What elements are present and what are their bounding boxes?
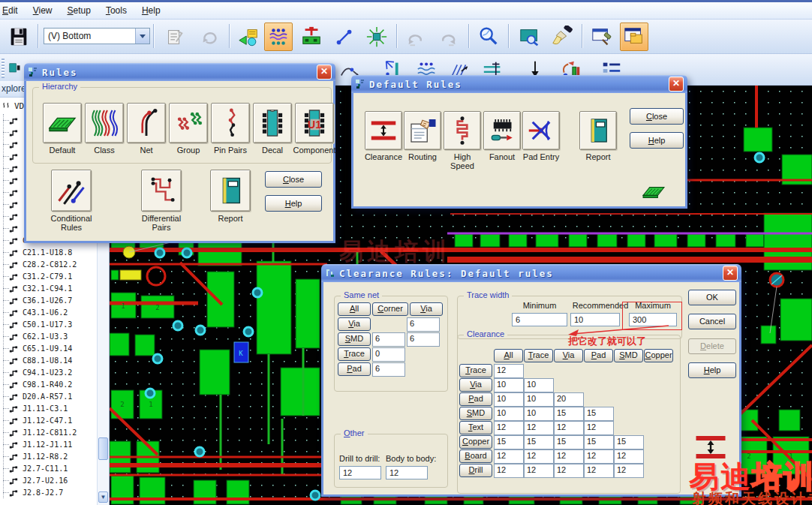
net-list-item-c50-1-u17-3[interactable]: C50.1-U17.3 bbox=[0, 318, 109, 330]
clearance-cell-trace-0[interactable]: 12 bbox=[494, 364, 524, 378]
clearance-cell-drill-0[interactable]: 12 bbox=[494, 464, 524, 478]
scrollbar-down-button[interactable]: ▼ bbox=[98, 491, 108, 503]
net-list-item-c32-1-c94-1[interactable]: C32.1-C94.1 bbox=[0, 282, 109, 294]
same-net-row-pad-button[interactable]: Pad bbox=[338, 362, 371, 376]
net-list-item-j2-7-u2-16[interactable]: J2.7-U2.16 bbox=[0, 474, 109, 486]
net-list-item-j1-12-c47-1[interactable]: J1.12-C47.1 bbox=[0, 414, 109, 426]
docked-tool-icon[interactable] bbox=[7, 61, 22, 76]
same-net-col-all-button[interactable]: All bbox=[338, 302, 371, 316]
view-area-button[interactable] bbox=[516, 23, 544, 51]
clearance-cell-text-2[interactable]: 12 bbox=[554, 421, 584, 435]
clearance-titlebar[interactable]: Clearance Rules: Default rules ✕ bbox=[321, 264, 741, 282]
net-list-item-c98-1-r40-2[interactable]: C98.1-R40.2 bbox=[0, 378, 109, 390]
default-rules-titlebar[interactable]: Default Rules ✕ bbox=[351, 75, 687, 93]
net-list-item-c21-1-u18-8[interactable]: C21.1-U18.8 bbox=[0, 246, 109, 258]
net-list-item-c36-1-u26-7[interactable]: C36.1-U26.7 bbox=[0, 294, 109, 306]
clearance-col-pad-button[interactable]: Pad bbox=[584, 349, 613, 362]
net-list-item-j1-12-c811-2[interactable]: J1.12-C811.2 bbox=[0, 426, 109, 438]
same-net-cell-smd-0[interactable]: 6 bbox=[372, 332, 405, 347]
net-list-item-j1-11-c3-1[interactable]: J1.11-C3.1 bbox=[0, 402, 109, 414]
net-list-item-j1-12-r8-2[interactable]: J1.12-R8.2 bbox=[0, 450, 109, 462]
other-drill-to-drill--field[interactable]: 12 bbox=[339, 466, 381, 479]
delete-button[interactable]: Delete bbox=[688, 338, 736, 354]
project-explorer-button[interactable] bbox=[620, 23, 648, 51]
rules-dialog-titlebar[interactable]: Rules ✕ bbox=[24, 63, 335, 81]
clearance-cell-smd-0[interactable]: 10 bbox=[494, 407, 524, 421]
net-list-item-j1-12-j1-11[interactable]: J1.12-J1.11 bbox=[0, 438, 109, 450]
clearance-cell-board-4[interactable]: 12 bbox=[614, 449, 644, 464]
default-report-button[interactable] bbox=[579, 111, 617, 150]
default-close-button[interactable]: Close bbox=[630, 108, 684, 125]
zoom-button[interactable] bbox=[474, 23, 503, 51]
same-net-cell-via-1[interactable]: 6 bbox=[407, 317, 440, 332]
menu-setup[interactable]: Setup bbox=[60, 2, 98, 19]
clearance-row-text-button[interactable]: Text bbox=[459, 421, 492, 434]
net-list-item-c88-1-u8-14[interactable]: C88.1-U8.14 bbox=[0, 354, 109, 366]
clearance-cell-pad-1[interactable]: 10 bbox=[524, 392, 554, 407]
route-editor-button[interactable] bbox=[264, 23, 293, 51]
scrollbar-thumb[interactable] bbox=[98, 437, 108, 460]
net-list-item-c94-1-u23-2[interactable]: C94.1-U23.2 bbox=[0, 366, 109, 378]
ok-button[interactable]: OK bbox=[688, 290, 736, 305]
rules-close-icon[interactable]: ✕ bbox=[317, 65, 332, 80]
clearance-cell-smd-2[interactable]: 15 bbox=[554, 407, 584, 421]
clearance-row-pad-button[interactable]: Pad bbox=[459, 392, 492, 406]
layer-combo[interactable]: (V) Bottom bbox=[44, 28, 150, 44]
chevron-down-icon[interactable] bbox=[135, 29, 149, 44]
default-fanout-button[interactable] bbox=[483, 111, 521, 150]
clearance-cell-via-0[interactable]: 10 bbox=[494, 378, 524, 392]
default-rules-close-icon[interactable]: ✕ bbox=[669, 77, 684, 92]
trace-width-minimum-field[interactable]: 6 bbox=[512, 313, 567, 326]
rules-pin-pairs-button[interactable] bbox=[211, 103, 250, 143]
default-high-speed-button[interactable] bbox=[444, 111, 481, 150]
net-list-item-c43-1-u6-2[interactable]: C43.1-U6.2 bbox=[0, 306, 109, 318]
same-net-row-via-button[interactable]: Via bbox=[338, 317, 371, 331]
net-list-item-j2-7-c11-1[interactable]: J2.7-C11.1 bbox=[0, 462, 109, 474]
net-list-item-c31-2-c79-1[interactable]: C31.2-C79.1 bbox=[0, 270, 109, 282]
net-list-item-d20-a-r57-1[interactable]: D20.A-R57.1 bbox=[0, 390, 109, 402]
rules-group-button[interactable] bbox=[169, 103, 208, 143]
clearance-cell-copper-1[interactable]: 15 bbox=[524, 435, 554, 449]
design-tools-button[interactable] bbox=[588, 23, 616, 51]
cancel-button[interactable]: Cancel bbox=[688, 314, 736, 329]
default-routing-button[interactable] bbox=[404, 111, 441, 150]
same-net-cell-smd-1[interactable]: 6 bbox=[407, 332, 440, 347]
rules-class-button[interactable] bbox=[85, 103, 124, 143]
clearance-cell-drill-2[interactable]: 12 bbox=[554, 464, 584, 478]
clearance-col-all-button[interactable]: All bbox=[494, 349, 523, 362]
menu-help[interactable]: Help bbox=[134, 2, 168, 19]
net-list-item-c65-1-u9-14[interactable]: C65.1-U9.14 bbox=[0, 342, 109, 354]
clearance-cell-pad-0[interactable]: 10 bbox=[494, 392, 524, 407]
rules-close-button[interactable]: Close bbox=[265, 171, 322, 188]
add-route-button[interactable] bbox=[330, 23, 359, 51]
other-body-to-body--field[interactable]: 12 bbox=[386, 466, 428, 479]
same-net-row-trace-button[interactable]: Trace bbox=[338, 347, 371, 361]
clearance-cell-via-1[interactable]: 10 bbox=[524, 378, 554, 392]
clearance-cell-copper-0[interactable]: 15 bbox=[494, 435, 524, 449]
same-net-cell-pad-0[interactable]: 6 bbox=[372, 362, 405, 377]
clearance-cell-board-0[interactable]: 12 bbox=[494, 449, 524, 464]
same-net-col-via-button[interactable]: Via bbox=[410, 302, 443, 316]
clearance-cell-smd-1[interactable]: 10 bbox=[524, 407, 554, 421]
clearance-cell-text-3[interactable]: 12 bbox=[584, 421, 614, 435]
rules-report-button[interactable] bbox=[210, 170, 251, 212]
clearance-cell-drill-1[interactable]: 12 bbox=[524, 464, 554, 478]
default-clearance-button[interactable] bbox=[365, 111, 402, 150]
same-net-cell-trace-0[interactable]: 0 bbox=[372, 347, 405, 362]
default-help-button[interactable]: Help bbox=[630, 132, 684, 149]
clearance-cell-smd-3[interactable]: 15 bbox=[584, 407, 614, 421]
clearance-row-trace-button[interactable]: Trace bbox=[459, 364, 492, 377]
save-button[interactable] bbox=[5, 23, 33, 51]
net-list-item-c28-2-c812-2[interactable]: C28.2-C812.2 bbox=[0, 258, 109, 270]
clearance-cell-text-0[interactable]: 12 bbox=[494, 421, 524, 435]
rules-conditional-rules-button[interactable] bbox=[51, 170, 92, 212]
rules-differential-pairs-button[interactable] bbox=[141, 170, 182, 212]
clearance-col-trace-button[interactable]: Trace bbox=[524, 349, 553, 362]
rules-decal-button[interactable] bbox=[253, 103, 292, 143]
brush-button[interactable] bbox=[548, 23, 576, 51]
clearance-cell-drill-4[interactable]: 12 bbox=[614, 464, 644, 478]
default-pad-entry-button[interactable] bbox=[522, 111, 560, 150]
clearance-cell-copper-3[interactable]: 15 bbox=[584, 435, 614, 449]
clearance-cell-drill-3[interactable]: 12 bbox=[584, 464, 614, 478]
same-net-col-corner-button[interactable]: Corner bbox=[372, 302, 408, 316]
